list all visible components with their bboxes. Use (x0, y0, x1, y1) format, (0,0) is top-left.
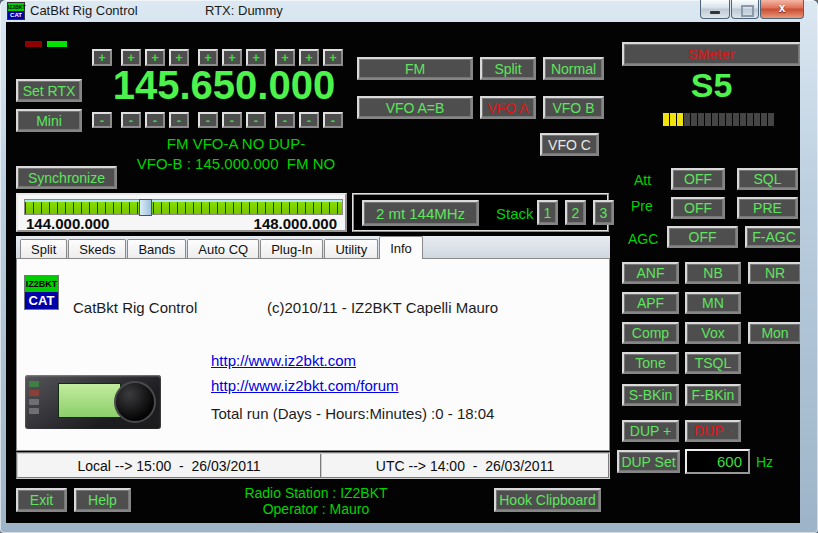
freq-down-button[interactable]: - (323, 112, 343, 128)
local-time-text: Local --> 15:00 - 26/03/2011 (18, 454, 322, 477)
stack-3-button[interactable]: 3 (593, 200, 614, 225)
app-icon: IZ2BKT CAT (8, 3, 24, 19)
website-link[interactable]: http://www.iz2bkt.com (211, 352, 356, 369)
app-icon-top-text: IZ2BKT (8, 3, 24, 11)
band-select-button[interactable]: 2 mt 144MHz (362, 200, 479, 226)
transceiver-photo (25, 375, 161, 429)
freq-down-button[interactable]: - (92, 112, 112, 128)
vfo-c-button[interactable]: VFO C (540, 133, 599, 156)
vfo-a-eq-b-button[interactable]: VFO A=B (357, 96, 473, 119)
logo-bottom-text: CAT (25, 292, 58, 309)
app-name-text: CatBkt Rig Control (73, 299, 197, 316)
pre-button[interactable]: PRE (737, 197, 798, 219)
app-window: IZ2BKT CAT CatBkt Rig Control RTX: Dummy… (0, 0, 818, 533)
close-button[interactable]: x (760, 0, 804, 19)
pre-state-button[interactable]: OFF (671, 197, 725, 219)
close-icon: x (761, 1, 803, 15)
tab-auto-cq[interactable]: Auto CQ (187, 239, 259, 259)
freq-down-row: - - - - - - - - - - (92, 112, 343, 128)
freq-down-button[interactable]: - (121, 112, 141, 128)
tab-bands[interactable]: Bands (127, 239, 186, 259)
freq-down-button[interactable]: - (299, 112, 319, 128)
mn-button[interactable]: MN (685, 292, 741, 314)
mini-button[interactable]: Mini (16, 109, 82, 132)
tab-split[interactable]: Split (20, 239, 67, 259)
band-slider-track[interactable] (24, 199, 343, 215)
radio-lcd-decoration (58, 383, 121, 418)
title-bar[interactable]: IZ2BKT CAT CatBkt Rig Control RTX: Dummy… (0, 0, 818, 22)
radio-station-text: Radio Station : IZ2BKT (166, 485, 466, 501)
s-bkin-button[interactable]: S-BKin (622, 384, 679, 406)
maximize-icon (741, 5, 754, 17)
stack-label: Stack (496, 205, 534, 222)
normal-button[interactable]: Normal (543, 57, 604, 80)
mon-button[interactable]: Mon (748, 322, 800, 344)
operator-text: Operator : Mauro (166, 501, 466, 517)
dup-minus-button[interactable]: DUP - (685, 420, 741, 442)
forum-link[interactable]: http://www.iz2bkt.com/forum (211, 377, 399, 394)
minimize-button[interactable] (700, 0, 730, 19)
smeter-segment (768, 113, 774, 126)
smeter-segment (677, 113, 683, 126)
freq-down-button[interactable]: - (198, 112, 218, 128)
utc-time-text: UTC --> 14:00 - 26/03/2011 (322, 454, 608, 477)
f-agc-button[interactable]: F-AGC (745, 226, 800, 248)
tab-info[interactable]: Info (379, 236, 423, 259)
nb-button[interactable]: NB (685, 262, 741, 284)
maximize-button[interactable] (731, 0, 759, 19)
station-info-block: Radio Station : IZ2BKT Operator : Mauro (166, 485, 466, 517)
exit-button[interactable]: Exit (16, 488, 67, 512)
dup-unit-label: Hz (756, 454, 773, 470)
smeter-segment (740, 113, 746, 126)
smeter-segment (663, 113, 669, 126)
tab-utility[interactable]: Utility (324, 239, 378, 259)
comp-button[interactable]: Comp (622, 322, 679, 344)
sql-button[interactable]: SQL (737, 168, 798, 190)
freq-down-button[interactable]: - (145, 112, 165, 128)
att-label: Att (634, 172, 651, 188)
copyright-text: (c)2010/11 - IZ2BKT Capelli Mauro (267, 299, 498, 316)
agc-label: AGC (628, 231, 658, 247)
freq-down-button[interactable]: - (222, 112, 242, 128)
help-button[interactable]: Help (74, 488, 131, 512)
band-high-label: 148.000.000 (254, 215, 337, 232)
anf-button[interactable]: ANF (622, 262, 679, 284)
tsql-button[interactable]: TSQL (685, 352, 741, 374)
vfo-status-line: FM VFO-A NO DUP- (46, 135, 426, 152)
split-button[interactable]: Split (480, 57, 536, 80)
dup-set-button[interactable]: DUP Set (617, 450, 680, 473)
pre-label: Pre (631, 198, 653, 214)
smeter-button[interactable]: SMeter (622, 42, 800, 66)
band-slider-panel: 144.000.000 148.000.000 (16, 193, 347, 232)
f-bkin-button[interactable]: F-BKin (685, 384, 741, 406)
set-rtx-button[interactable]: Set RTX (16, 79, 82, 102)
stack-1-button[interactable]: 1 (537, 200, 558, 225)
smeter-bar (663, 113, 774, 126)
hook-clipboard-button[interactable]: Hook Clipboard (494, 488, 601, 512)
agc-state-button[interactable]: OFF (667, 226, 738, 248)
tab-plug-in[interactable]: Plug-In (260, 239, 323, 259)
total-run-text: Total run (Days - Hours:Minutes) :0 - 18… (211, 405, 494, 422)
dup-plus-button[interactable]: DUP + (622, 420, 679, 442)
tone-button[interactable]: Tone (622, 352, 679, 374)
dup-value-field[interactable]: 600 (685, 449, 750, 474)
band-stack-panel: 2 mt 144MHz Stack 1 2 3 (352, 193, 609, 232)
stack-2-button[interactable]: 2 (565, 200, 586, 225)
client-area: Set RTX Mini Synchronize + + + + + + + +… (6, 22, 800, 523)
nr-button[interactable]: NR (748, 262, 800, 284)
att-state-button[interactable]: OFF (671, 168, 725, 190)
freq-down-button[interactable]: - (275, 112, 295, 128)
info-tab-panel: IZ2BKT CAT CatBkt Rig Control (c)2010/11… (16, 258, 610, 451)
window-title: CatBkt Rig Control (30, 3, 138, 18)
band-slider-thumb[interactable] (139, 199, 152, 216)
tab-skeds[interactable]: Skeds (68, 239, 126, 259)
smeter-segment (670, 113, 676, 126)
freq-down-button[interactable]: - (246, 112, 266, 128)
vfo-b-button[interactable]: VFO B (543, 96, 604, 119)
apf-button[interactable]: APF (622, 292, 679, 314)
smeter-segment (733, 113, 739, 126)
vox-button[interactable]: Vox (685, 322, 741, 344)
vfo-a-button[interactable]: VFO A (480, 96, 536, 119)
mode-button[interactable]: FM (357, 57, 473, 80)
freq-down-button[interactable]: - (169, 112, 189, 128)
